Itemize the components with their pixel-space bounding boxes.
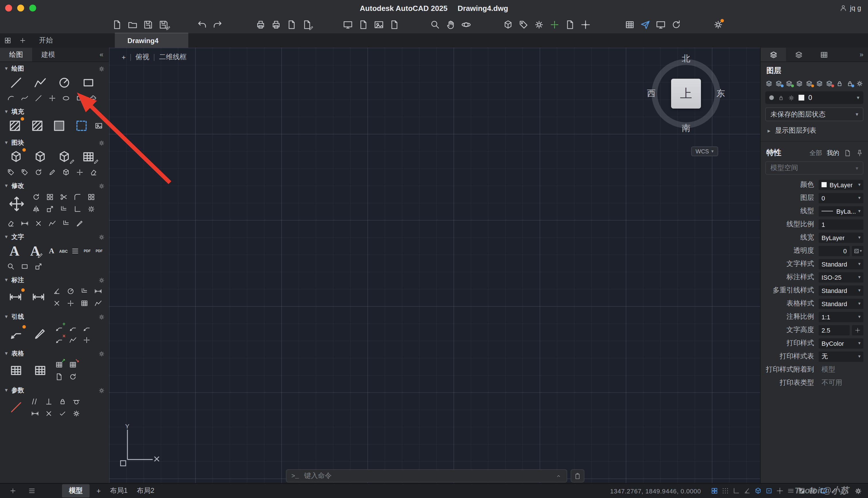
section-settings-icon[interactable]	[98, 350, 105, 357]
tab-layer-manager[interactable]	[786, 48, 811, 62]
mtext-tool-button[interactable]: A	[4, 242, 25, 260]
grid-display-toggle[interactable]	[709, 486, 720, 496]
align-leaders-tool-button[interactable]	[66, 322, 80, 334]
current-layer-row[interactable]: 0 ▾	[765, 91, 864, 104]
viewcube-west[interactable]: 西	[647, 88, 655, 99]
data-extraction-tool-button[interactable]: ↘	[66, 358, 80, 370]
join-tool-button[interactable]	[45, 217, 59, 229]
snap-mode-toggle[interactable]	[720, 486, 731, 496]
quick-select-button[interactable]	[516, 18, 531, 31]
auto-constrain-tool-button[interactable]	[56, 407, 69, 419]
object-snap-toggle[interactable]	[763, 486, 774, 496]
attach-xref-button[interactable]	[340, 18, 355, 31]
layer-off-button[interactable]	[795, 79, 804, 88]
transparency-options-button[interactable]: ▾	[852, 246, 864, 256]
layer-color-swatch[interactable]	[799, 95, 804, 101]
layer-isolate-button[interactable]	[804, 79, 814, 88]
selection-cycling-toggle[interactable]	[807, 486, 818, 496]
wcs-dropdown[interactable]: WCS ▾	[691, 146, 718, 156]
edit-block-button[interactable]	[500, 18, 516, 31]
graphics-performance-toggle[interactable]	[818, 486, 829, 496]
view-control[interactable]: 俯视	[131, 52, 154, 62]
table-style-tool-button[interactable]	[28, 361, 52, 380]
text-frame-tool-button[interactable]	[18, 260, 31, 272]
layer-unlock-button[interactable]	[845, 79, 855, 88]
page-setup-button[interactable]	[299, 18, 315, 31]
linetype-select[interactable]: ByLa...▾	[819, 206, 864, 216]
text-style-tool-button[interactable]: A	[46, 245, 57, 257]
new-button[interactable]	[109, 18, 125, 31]
zoom-button[interactable]	[29, 4, 36, 12]
remove-leader-tool-button[interactable]: ×	[52, 334, 66, 346]
break-tool-button[interactable]	[31, 217, 45, 229]
layer-select[interactable]: 0▾	[819, 193, 864, 203]
dimensional-constraint-tool-button[interactable]	[28, 407, 42, 419]
text-height-input[interactable]: 2.5	[819, 325, 850, 335]
chevron-down-icon[interactable]: ▾	[857, 95, 859, 101]
tangent-constraint-tool-button[interactable]	[69, 395, 83, 407]
section-text-header[interactable]: ▼ 文字	[4, 232, 105, 242]
coordinates-display[interactable]: 1347.2767, 1849.9446, 0.0000	[610, 487, 701, 494]
account-button[interactable]: jq g	[839, 0, 861, 16]
layer-settings-button[interactable]	[855, 79, 865, 88]
clean-screen-toggle[interactable]	[840, 486, 851, 496]
text-height-pick-button[interactable]	[852, 325, 864, 335]
layer-walk-button[interactable]	[825, 79, 834, 88]
annotation-scale-select[interactable]: 1:1▾	[819, 312, 864, 322]
table-tool-button[interactable]	[4, 361, 28, 380]
mleader-style-select[interactable]: Standard▾	[819, 285, 864, 296]
plot-style-table-select[interactable]: 无▾	[819, 351, 864, 362]
import-pdf-tool-button[interactable]: PDF	[81, 245, 93, 257]
filter-all-button[interactable]: 全部	[810, 148, 822, 157]
undo-button[interactable]	[194, 18, 209, 31]
collect-leaders-tool-button[interactable]	[80, 322, 94, 334]
rotate-tool-button[interactable]	[29, 191, 43, 203]
add-palette-button[interactable]	[9, 487, 17, 495]
create-block-tool-button[interactable]	[28, 148, 52, 166]
section-parametric-header[interactable]: ▼ 参数	[4, 385, 105, 395]
section-hatch-header[interactable]: ▼ 填充	[4, 107, 105, 117]
expand-panel-button[interactable]: »	[855, 51, 868, 58]
viewcube-south[interactable]: 南	[682, 123, 690, 134]
explode-tool-button[interactable]	[84, 203, 98, 215]
tool-palettes-button[interactable]	[531, 18, 546, 31]
attach-image-button[interactable]	[371, 18, 386, 31]
close-button[interactable]	[5, 4, 12, 12]
erase-tool-button[interactable]	[4, 217, 18, 229]
text-align-tool-button[interactable]	[69, 245, 81, 257]
geometric-constraint-tool-button[interactable]	[4, 398, 28, 417]
layout2-tab[interactable]: 布局2	[137, 486, 154, 496]
lock-constraint-tool-button[interactable]	[56, 395, 69, 407]
section-settings-icon[interactable]	[98, 139, 105, 146]
point-tool-button[interactable]	[45, 92, 59, 104]
viewcube-east[interactable]: 东	[717, 88, 725, 99]
section-settings-icon[interactable]	[98, 65, 105, 72]
array-tool-button[interactable]	[84, 191, 98, 203]
new-layer-button[interactable]	[764, 79, 774, 88]
presentation-button[interactable]	[653, 18, 668, 31]
print-button[interactable]	[253, 18, 268, 31]
multileader-tool-button[interactable]	[4, 325, 28, 343]
new-layout-button[interactable]: +	[96, 486, 101, 495]
layer-freeze-button[interactable]	[784, 79, 794, 88]
ortho-mode-toggle[interactable]	[731, 486, 742, 496]
section-modify-header[interactable]: ▼ 修改	[4, 181, 105, 191]
continue-dimension-tool-button[interactable]	[91, 285, 105, 297]
tab-start[interactable]: 开始	[30, 33, 62, 48]
overkill-tool-button[interactable]	[73, 217, 87, 229]
zoom-window-button[interactable]	[427, 18, 443, 31]
tab-draw[interactable]: 绘图	[0, 48, 32, 62]
collapse-panel-button[interactable]: «	[94, 51, 109, 58]
center-mark-tool-button[interactable]	[64, 297, 78, 309]
minimize-button[interactable]	[17, 4, 24, 12]
table-style-select[interactable]: Standard▾	[819, 298, 864, 309]
mirror-tool-button[interactable]	[29, 203, 43, 215]
viewcube-north[interactable]: 北	[682, 53, 690, 64]
sync-attributes-tool-button[interactable]	[31, 166, 45, 178]
field-button[interactable]	[578, 18, 593, 31]
arc-tool-button[interactable]	[4, 92, 18, 104]
section-settings-icon[interactable]	[98, 182, 105, 189]
lineweight-select[interactable]: ByLayer▾	[819, 232, 864, 243]
chamfer-tool-button[interactable]	[71, 203, 84, 215]
ellipse-tool-button[interactable]	[59, 92, 73, 104]
